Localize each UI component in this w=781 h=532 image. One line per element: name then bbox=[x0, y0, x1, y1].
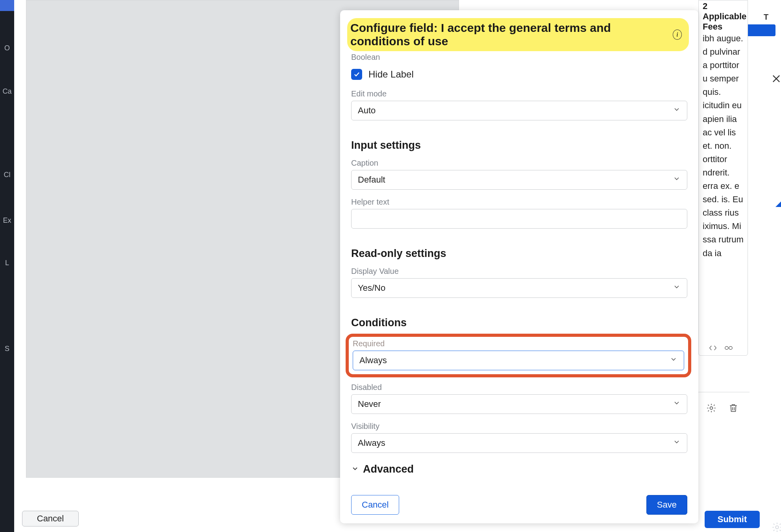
required-label: Required bbox=[353, 339, 684, 348]
input-settings-heading: Input settings bbox=[351, 139, 687, 151]
caption-value: Default bbox=[358, 175, 385, 185]
field-actions bbox=[706, 403, 738, 415]
cancel-button[interactable]: Cancel bbox=[351, 495, 399, 515]
editor-toolbar bbox=[709, 345, 733, 352]
configure-field-modal: Configure field: I accept the general te… bbox=[340, 10, 698, 523]
hide-label-text: Hide Label bbox=[368, 69, 414, 80]
rail-item-5[interactable]: S bbox=[2, 345, 12, 353]
gear-icon[interactable] bbox=[706, 403, 716, 415]
disabled-value: Never bbox=[358, 399, 381, 409]
rail-item-0[interactable]: O bbox=[2, 44, 12, 52]
left-nav-rail: O Ca Cl Ex L S bbox=[0, 0, 14, 532]
required-highlight: Required Always bbox=[346, 334, 691, 377]
app-logo bbox=[0, 0, 14, 11]
visibility-select[interactable]: Always bbox=[351, 433, 687, 453]
rail-item-1[interactable]: Ca bbox=[2, 87, 12, 96]
svg-point-3 bbox=[775, 526, 778, 528]
modal-title: Configure field: I accept the general te… bbox=[350, 21, 667, 48]
helper-text-input[interactable] bbox=[351, 209, 687, 229]
chevron-down-icon bbox=[351, 465, 359, 474]
display-value-group: Display Value Yes/No bbox=[351, 267, 687, 298]
link-icon[interactable] bbox=[724, 345, 733, 352]
chevron-down-icon bbox=[670, 355, 677, 366]
hide-label-row[interactable]: Hide Label bbox=[351, 69, 687, 80]
display-value-select[interactable]: Yes/No bbox=[351, 278, 687, 298]
display-value-label: Display Value bbox=[351, 267, 687, 276]
top-right-badge: T bbox=[764, 13, 768, 22]
submit-button[interactable]: Submit bbox=[705, 511, 760, 528]
edit-mode-label: Edit mode bbox=[351, 89, 687, 98]
caption-group: Caption Default bbox=[351, 159, 687, 190]
info-icon[interactable]: i bbox=[673, 30, 682, 40]
background-document-card: 2 Applicable Fees ibh augue. d pulvinar … bbox=[698, 0, 748, 356]
required-value: Always bbox=[359, 355, 387, 366]
close-icon[interactable] bbox=[771, 73, 781, 86]
required-select[interactable]: Always bbox=[353, 351, 684, 370]
save-button[interactable]: Save bbox=[646, 495, 687, 515]
readonly-settings-heading: Read-only settings bbox=[351, 248, 687, 260]
chevron-down-icon bbox=[673, 175, 681, 185]
edit-mode-group: Edit mode Auto bbox=[351, 89, 687, 120]
modal-header: Configure field: I accept the general te… bbox=[347, 18, 689, 51]
svg-rect-1 bbox=[729, 347, 732, 349]
conditions-heading: Conditions bbox=[351, 317, 687, 329]
chevron-down-icon bbox=[673, 399, 681, 409]
disabled-label: Disabled bbox=[351, 383, 687, 392]
display-value-value: Yes/No bbox=[358, 283, 385, 293]
gear-icon[interactable] bbox=[772, 522, 781, 532]
visibility-label: Visibility bbox=[351, 422, 687, 431]
field-type-label: Boolean bbox=[351, 53, 687, 62]
edit-mode-select[interactable]: Auto bbox=[351, 101, 687, 120]
helper-text-group: Helper text bbox=[351, 198, 687, 229]
svg-point-2 bbox=[710, 407, 713, 410]
background-card-heading: 2 Applicable Fees bbox=[703, 0, 744, 32]
visibility-group: Visibility Always bbox=[351, 422, 687, 453]
disabled-group: Disabled Never bbox=[351, 383, 687, 414]
caption-label: Caption bbox=[351, 159, 687, 168]
caption-select[interactable]: Default bbox=[351, 170, 687, 190]
background-card-text: ibh augue. d pulvinar a porttitor u semp… bbox=[703, 32, 744, 260]
rail-item-4[interactable]: L bbox=[2, 259, 12, 267]
chevron-down-icon bbox=[673, 105, 681, 116]
edit-mode-value: Auto bbox=[358, 105, 376, 116]
svg-rect-0 bbox=[725, 347, 728, 349]
advanced-toggle[interactable]: Advanced bbox=[351, 463, 687, 475]
modal-footer: Cancel Save bbox=[351, 486, 687, 515]
visibility-value: Always bbox=[358, 438, 385, 448]
resize-corner-icon[interactable] bbox=[775, 200, 781, 207]
divider bbox=[698, 392, 750, 392]
helper-text-label: Helper text bbox=[351, 198, 687, 207]
rail-item-2[interactable]: Cl bbox=[2, 171, 12, 179]
chevron-down-icon bbox=[673, 438, 681, 448]
chevron-down-icon bbox=[673, 283, 681, 293]
trash-icon[interactable] bbox=[728, 403, 738, 415]
rail-item-3[interactable]: Ex bbox=[2, 216, 12, 225]
page-cancel-button[interactable]: Cancel bbox=[22, 511, 79, 526]
advanced-label: Advanced bbox=[363, 463, 414, 475]
disabled-select[interactable]: Never bbox=[351, 394, 687, 414]
hide-label-checkbox[interactable] bbox=[351, 69, 362, 80]
code-icon[interactable] bbox=[709, 345, 717, 352]
